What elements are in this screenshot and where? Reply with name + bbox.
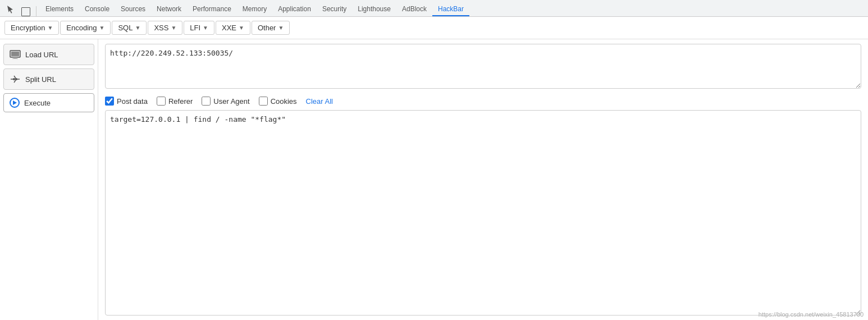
user-agent-label: User Agent [213,97,249,106]
devtools-navbar: Elements Console Sources Network Perform… [0,0,868,17]
cookies-checkbox[interactable] [259,97,268,106]
user-agent-checkbox[interactable] [202,97,211,106]
encryption-menu[interactable]: Encryption ▼ [4,21,59,35]
sql-caret: ▼ [135,25,140,31]
nav-sources[interactable]: Sources [115,3,151,16]
execute-button[interactable]: Execute [3,93,94,112]
nav-performance[interactable]: Performance [187,3,237,16]
cursor-tool[interactable] [2,3,19,16]
other-menu[interactable]: Other ▼ [252,21,290,35]
bottom-link: https://blog.csdn.net/weixin_45813700 [759,311,864,318]
encoding-caret: ▼ [99,25,105,31]
split-url-label: Split URL [25,75,56,84]
lfi-caret: ▼ [203,25,208,31]
main-area: Load URL Split URL Execute Post data [0,39,868,320]
svg-rect-3 [12,58,18,59]
post-data-checkbox-item[interactable]: Post data [105,97,148,106]
load-url-icon [10,49,21,60]
post-data-label: Post data [117,97,148,106]
post-data-input[interactable] [105,110,861,316]
execute-icon [10,98,20,108]
nav-elements[interactable]: Elements [40,3,79,16]
split-url-button[interactable]: Split URL [3,68,94,90]
sidebar: Load URL Split URL Execute [0,39,98,320]
xxe-menu[interactable]: XXE ▼ [216,21,250,35]
encoding-menu[interactable]: Encoding ▼ [60,21,111,35]
checkbox-row: Post data Referer User Agent Cookies Cle… [105,93,861,110]
encryption-label: Encryption [11,24,45,32]
svg-rect-1 [11,52,19,56]
clear-all-button[interactable]: Clear All [306,97,333,106]
post-data-checkbox[interactable] [105,97,114,106]
cookies-checkbox-item[interactable]: Cookies [259,97,297,106]
svg-rect-2 [13,57,17,58]
xxe-caret: ▼ [239,25,244,31]
svg-point-4 [13,78,15,80]
url-input[interactable] [105,44,861,89]
other-label: Other [258,24,276,32]
nav-divider-1 [36,6,36,16]
encoding-label: Encoding [66,24,97,32]
xss-label: XSS [154,24,168,32]
hackbar-toolbar: Encryption ▼ Encoding ▼ SQL ▼ XSS ▼ LFI … [0,17,868,39]
sql-label: SQL [118,24,133,32]
sql-menu[interactable]: SQL ▼ [112,21,147,35]
load-url-label: Load URL [25,51,58,59]
nav-lighthouse[interactable]: Lighthouse [352,3,396,16]
cookies-label: Cookies [271,97,297,106]
encryption-caret: ▼ [47,25,53,31]
nav-network[interactable]: Network [151,3,187,16]
nav-security[interactable]: Security [317,3,352,16]
lfi-label: LFI [190,24,200,32]
svg-point-5 [15,78,17,80]
nav-hackbar[interactable]: HackBar [432,3,469,16]
nav-memory[interactable]: Memory [237,3,272,16]
other-caret: ▼ [278,25,284,31]
split-url-icon [10,74,21,85]
box-tool[interactable] [21,7,30,16]
xss-caret: ▼ [171,25,176,31]
xss-menu[interactable]: XSS ▼ [148,21,182,35]
user-agent-checkbox-item[interactable]: User Agent [202,97,249,106]
execute-label: Execute [24,99,51,107]
nav-console[interactable]: Console [79,3,115,16]
referer-checkbox[interactable] [157,97,166,106]
nav-application[interactable]: Application [272,3,317,16]
load-url-button[interactable]: Load URL [3,44,94,65]
lfi-menu[interactable]: LFI ▼ [184,21,214,35]
nav-adblock[interactable]: AdBlock [396,3,432,16]
content-area: Post data Referer User Agent Cookies Cle… [98,39,868,320]
referer-checkbox-item[interactable]: Referer [157,97,193,106]
xxe-label: XXE [222,24,236,32]
referer-label: Referer [168,97,193,106]
